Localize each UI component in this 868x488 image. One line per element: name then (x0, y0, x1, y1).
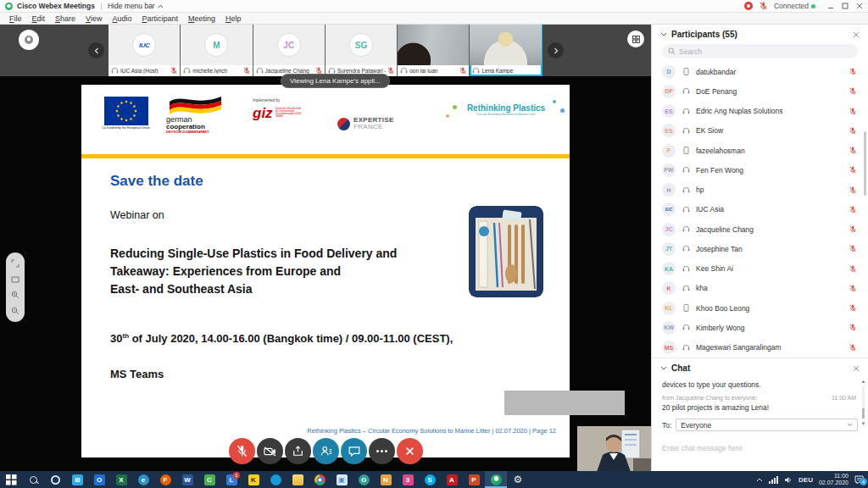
zoom-in-button[interactable] (10, 290, 20, 300)
camera-button[interactable] (257, 438, 283, 464)
menu-item[interactable]: Share (50, 14, 81, 23)
taskbar-edge-icon[interactable]: e (132, 471, 154, 488)
menu-item[interactable]: Audio (107, 14, 136, 23)
previous-videos-button[interactable] (88, 42, 104, 58)
taskbar-kakaotalk-icon[interactable]: K (242, 471, 264, 488)
taskbar-settings-icon[interactable]: ⚙ (507, 471, 529, 488)
participant-row[interactable]: F fazeelahosman (652, 141, 868, 160)
full-screen-button[interactable] (10, 274, 20, 285)
thumbnail-michelle-lynch[interactable]: M michelle.lynch (181, 25, 253, 76)
participant-row[interactable]: KW Kimberly Wong (652, 318, 868, 337)
taskbar-paint-icon[interactable]: 3 (397, 471, 419, 488)
menu-item[interactable]: View (81, 14, 107, 23)
mute-button[interactable] (229, 438, 255, 464)
mic-muted-icon[interactable] (849, 127, 856, 135)
close-button[interactable] (856, 3, 863, 9)
mic-muted-icon[interactable] (849, 206, 856, 214)
show-hidden-icons-button[interactable] (756, 478, 763, 482)
action-center-button[interactable]: 4 (854, 475, 864, 484)
menu-item[interactable]: Participant (136, 14, 183, 23)
mic-muted-icon[interactable] (849, 324, 856, 331)
taskbar-photos-icon[interactable]: ▣ (331, 471, 353, 488)
grid-view-button[interactable] (627, 30, 644, 47)
taskbar-notes-icon[interactable]: N (375, 471, 397, 488)
participant-row[interactable]: KA Kee Shin Ai (652, 259, 868, 279)
chat-button[interactable] (341, 438, 367, 464)
taskbar-wechat-icon[interactable]: C (198, 471, 220, 488)
mic-muted-icon[interactable] (849, 285, 856, 292)
chevron-down-icon[interactable] (660, 366, 667, 370)
participant-row[interactable]: KL Khoo Boo Leong (652, 298, 868, 318)
mic-muted-icon[interactable] (849, 68, 856, 75)
taskbar-clock[interactable]: 11:00 02.07.2020 (819, 473, 849, 486)
record-indicator-icon[interactable] (744, 2, 753, 10)
zoom-out-button[interactable] (10, 306, 20, 316)
participant-row[interactable]: DP DoE Penang (652, 81, 868, 101)
participant-row[interactable]: JT Josephine Tan (652, 239, 868, 258)
menu-item[interactable]: Meeting (183, 14, 220, 23)
next-videos-button[interactable] (548, 42, 564, 58)
participant-search[interactable] (662, 44, 858, 58)
thumbnail-oon-lai-iuan[interactable]: oon lai iuan (398, 25, 470, 76)
mic-muted-icon[interactable] (849, 344, 856, 352)
taskbar-acrobat-icon[interactable]: A (441, 471, 463, 488)
taskbar-store-icon[interactable]: ⊞ (66, 471, 88, 488)
taskbar-excel-icon[interactable]: X (110, 471, 132, 488)
participant-row[interactable]: H hp (652, 180, 868, 200)
mic-muted-icon[interactable] (849, 245, 856, 252)
thumbnail-surendra-patawari[interactable]: SG Surendra Patawari - Gemini (326, 25, 398, 76)
taskbar-cortana-icon[interactable] (44, 471, 66, 488)
participant-row[interactable]: K kha (652, 279, 868, 298)
share-content-button[interactable] (285, 438, 311, 464)
participants-button[interactable] (313, 438, 339, 464)
mic-muted-icon[interactable] (849, 186, 856, 194)
taskbar-search-icon[interactable] (22, 471, 44, 488)
search-input[interactable] (679, 47, 832, 56)
taskbar-skype-icon[interactable]: S (419, 471, 441, 488)
taskbar-webex-icon[interactable] (264, 471, 287, 488)
taskbar-start-button[interactable] (0, 471, 22, 488)
scroll-down-icon[interactable]: ▼ (860, 420, 867, 427)
maximize-button[interactable] (842, 3, 849, 9)
webex-ball-icon[interactable] (19, 30, 39, 50)
self-view-video[interactable] (577, 426, 651, 472)
fit-width-button[interactable] (10, 258, 20, 269)
network-icon[interactable] (769, 476, 778, 484)
participant-row[interactable]: D datukbandar (652, 62, 868, 81)
mic-muted-icon[interactable] (849, 265, 856, 273)
close-chat-button[interactable] (853, 365, 860, 372)
taskbar-explorer-icon[interactable] (287, 471, 309, 488)
mic-muted-icon[interactable] (849, 225, 856, 233)
participant-row[interactable]: MS Mageswari Sangaralingam (652, 338, 868, 358)
more-options-button[interactable] (369, 438, 395, 464)
mic-muted-icon[interactable] (849, 166, 856, 174)
participant-row[interactable]: JC Jacqueline Chang (652, 219, 868, 239)
thumbnail-lena-kampe[interactable]: Lena Kampe (470, 25, 542, 76)
taskbar-powerpoint-icon[interactable]: P (463, 471, 485, 488)
chat-message-input[interactable] (662, 444, 858, 452)
thumbnail-jacqueline-chang[interactable]: JC Jacqueline Chang (253, 25, 326, 76)
participant-row[interactable]: FW Fen Fen Wong (652, 160, 868, 180)
volume-icon[interactable] (784, 476, 793, 484)
taskbar-webex-meeting-active-icon[interactable] (485, 471, 507, 488)
taskbar-globe-app-icon[interactable]: G (353, 471, 375, 488)
menu-item[interactable]: Help (220, 14, 247, 23)
mic-muted-icon[interactable] (849, 87, 856, 95)
mic-muted-icon[interactable] (849, 147, 856, 154)
leave-meeting-button[interactable] (397, 438, 423, 464)
mic-muted-icon[interactable] (849, 304, 856, 312)
chevron-down-icon[interactable] (660, 32, 667, 36)
participant-row[interactable]: ES EK Siow (652, 121, 868, 141)
taskbar-messenger-icon[interactable]: L 1 (220, 471, 242, 488)
taskbar-firefox-icon[interactable]: F (154, 471, 176, 488)
participant-row[interactable]: IUC IUC Asia (652, 200, 868, 219)
recipient-select[interactable]: Everyone (676, 419, 858, 431)
language-indicator[interactable]: DEU (798, 476, 813, 484)
scroll-up-icon[interactable]: ▲ (860, 378, 867, 385)
participants-scrollbar[interactable] (864, 131, 866, 196)
thumbnail-iuc-asia[interactable]: IUC IUC Asia (Host) (108, 25, 181, 76)
close-participants-button[interactable] (853, 31, 860, 38)
participant-row[interactable]: ES Edric Ang Nuplas Solutions (652, 102, 868, 121)
menu-item[interactable]: Edit (27, 14, 51, 23)
taskbar-outlook-icon[interactable]: O (88, 471, 110, 488)
